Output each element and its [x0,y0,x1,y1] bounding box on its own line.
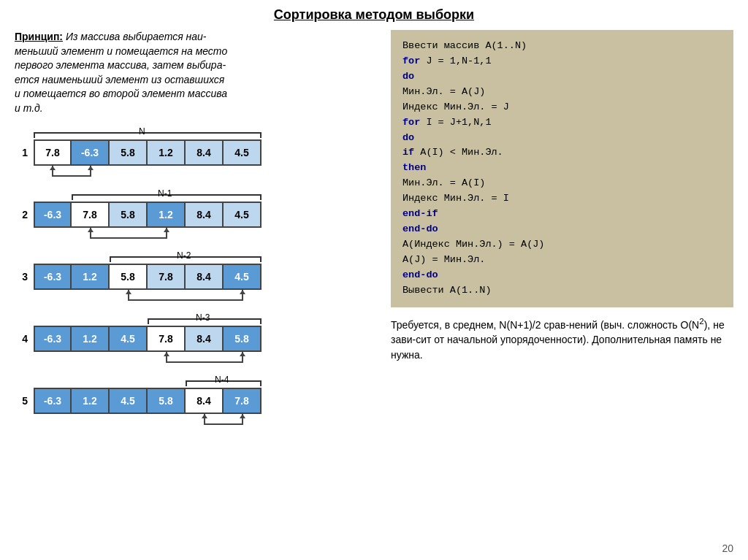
code-line: for I = J+1,N,1 [402,115,722,131]
row-number: 5 [15,395,28,407]
code-line: end-if [402,207,722,222]
array-cell: 7.8 [34,139,72,166]
array-cell: 5.8 [224,326,262,352]
code-block: Ввести массив A(1..N)for J = 1,N-1,1do М… [391,30,733,307]
array-cell: -6.3 [34,326,72,352]
code-line: Мин.Эл. = A(J) [402,85,722,100]
svg-marker-9 [240,414,245,418]
array-group-2: N-23-6.31.25.87.88.44.5 [15,250,380,305]
principle-label: Принцип: [15,31,63,42]
code-line: end-do [402,222,722,237]
array-cell: 4.5 [224,202,262,228]
array-cell: 1.2 [148,139,186,166]
svg-marker-3 [164,228,169,232]
page-number: 20 [722,542,733,554]
svg-marker-0 [50,166,56,170]
svg-marker-7 [240,352,245,356]
left-panel: Принцип: Из массива выбирается наи-меньш… [15,30,380,553]
array-cell: 5.8 [110,139,148,166]
array-cell: -6.3 [72,139,110,166]
array-cell: 8.4 [186,202,224,228]
code-line: Индекс Мин.Эл. = I [402,191,722,207]
array-cell: 5.8 [110,264,148,290]
array-cell: 8.4 [186,264,224,290]
code-line: A(J) = Мин.Эл. [402,253,722,268]
array-group-4: N-45-6.31.24.55.88.47.8 [15,375,380,429]
code-line: do [402,131,722,146]
arrow-svg [15,290,269,303]
array-cell: 1.2 [72,326,110,352]
array-group-1: N-12-6.37.85.81.28.44.5 [15,188,380,243]
array-cell: 4.5 [110,388,148,414]
array-cell: 1.2 [72,388,110,414]
arrow-svg [15,414,269,427]
arrow-svg [15,166,269,179]
array-group-3: N-34-6.31.24.57.88.45.8 [15,312,380,367]
code-line: Ввести массив A(1..N) [402,39,722,54]
code-line: Индекс Мин.Эл. = J [402,100,722,115]
svg-marker-5 [240,290,245,294]
arrays-section: N17.8-6.35.81.28.44.5N-12-6.37.85.81.28.… [15,126,380,432]
array-cell: 7.8 [148,326,186,352]
svg-marker-1 [88,166,94,170]
code-line: Вывести A(1..N) [402,283,722,299]
arrow-svg [15,352,269,365]
array-cell: -6.3 [34,264,72,290]
array-cell: 4.5 [110,326,148,352]
code-line: do [402,69,722,85]
array-cell: 1.2 [72,264,110,290]
array-cell: 7.8 [148,264,186,290]
code-line: Мин.Эл. = A(I) [402,176,722,191]
array-group-0: N17.8-6.35.81.28.44.5 [15,126,380,181]
row-number: 2 [15,209,28,220]
right-panel: Ввести массив A(1..N)for J = 1,N-1,1do М… [391,30,733,553]
principle-text: Принцип: Из массива выбирается наи-меньш… [15,30,380,116]
svg-marker-4 [126,290,131,294]
svg-marker-6 [164,352,169,356]
code-line: then [402,161,722,176]
array-cell: 8.4 [186,388,224,414]
array-cell: 5.8 [110,202,148,228]
array-cell: 4.5 [224,139,262,166]
code-line: for J = 1,N-1,1 [402,54,722,69]
svg-marker-2 [88,228,94,232]
row-number: 1 [15,147,28,158]
array-cell: 7.8 [72,202,110,228]
svg-marker-8 [202,414,207,418]
page-title: Сортировка методом выборки [15,7,733,23]
row-number: 4 [15,333,28,345]
array-cell: -6.3 [34,202,72,228]
main-content: Принцип: Из массива выбирается наи-меньш… [15,30,733,553]
array-cell: 8.4 [186,139,224,166]
page: Сортировка методом выборки Принцип: Из м… [0,0,748,560]
arrow-svg [15,228,269,241]
array-cell: 7.8 [224,388,262,414]
array-cell: 8.4 [186,326,224,352]
principle-body: Из массива выбирается наи-меньший элемен… [15,31,227,114]
array-cell: 4.5 [224,264,262,290]
array-cell: 1.2 [148,202,186,228]
array-cell: -6.3 [34,388,72,414]
array-cell: 5.8 [148,388,186,414]
row-number: 3 [15,271,28,283]
code-line: A(Индекс Мин.Эл.) = A(J) [402,237,722,253]
code-line: if A(I) < Мин.Эл. [402,145,722,161]
code-line: end-do [402,268,722,283]
complexity-text: Требуется, в среднем, N(N+1)/2 срав-нени… [391,315,733,364]
